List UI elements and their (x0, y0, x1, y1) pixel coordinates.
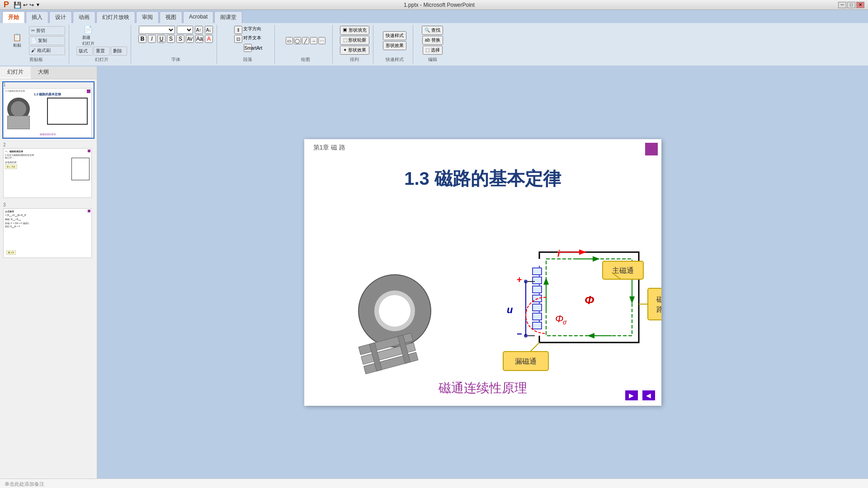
strikethrough-button[interactable]: S (167, 35, 175, 43)
edit-label: 编辑 (428, 56, 437, 63)
shape-more-button[interactable]: ⋯ (318, 37, 326, 44)
shape-arrow-button[interactable]: → (310, 37, 317, 44)
svg-text:+: + (517, 275, 522, 285)
notes-placeholder: 单击此处添加备注 (5, 481, 44, 488)
cut-button[interactable]: ✂ 剪切 (29, 26, 65, 35)
slide-panel: 幻灯片 大纲 1 1.3 磁路的基本定律 1.3 磁路的基本定律 磁通连续性原理 (0, 66, 97, 479)
tab-slides[interactable]: 幻灯片 (0, 66, 31, 79)
charspace-button[interactable]: AV (186, 35, 194, 43)
drawing-label: 绘图 (301, 56, 310, 63)
shape-rect-button[interactable]: ▭ (286, 37, 293, 44)
shape-line-button[interactable]: ╱ (302, 37, 309, 44)
text-direction-button[interactable]: ⇕ (234, 26, 242, 34)
tab-acrobat[interactable]: Acrobat (183, 11, 213, 23)
quick-access-toolbar[interactable]: P 💾 ↩ ↪ ▼ (4, 0, 40, 9)
quick-style-buttons: 快速样式 形状效果 (383, 26, 406, 56)
change-case-button[interactable]: Aa (195, 35, 203, 43)
font-buttons: A↑ A↓ B I U S S AV Aa A (138, 26, 213, 56)
corner-button[interactable] (645, 143, 658, 155)
slide-canvas[interactable]: 第1章 磁 路 1.3 磁路的基本定律 (304, 139, 661, 406)
find-button[interactable]: 🔍 查找 (422, 26, 443, 35)
save-icon[interactable]: 💾 (14, 1, 21, 9)
align-text-button[interactable]: ⊡ (234, 35, 242, 43)
minimize-button[interactable]: ─ (838, 2, 846, 8)
delete-button[interactable]: 删除 (111, 47, 127, 56)
edit-buttons: 🔍 查找 ab 替换 ⬚ 选择 (422, 26, 443, 56)
ribbon: 开始 插入 设计 动画 幻灯片放映 审阅 视图 Acrobat 闹课堂 📋 粘贴… (0, 10, 868, 66)
tab-home[interactable]: 开始 (2, 11, 25, 23)
redo-icon[interactable]: ↪ (29, 2, 34, 8)
tab-insert[interactable]: 插入 (26, 11, 48, 23)
increase-font-button[interactable]: A↑ (195, 26, 203, 34)
arrange-buttons: ▣ 形状填充 ⬚ 形状轮廓 ✦ 形状效果 (340, 26, 369, 56)
tab-review[interactable]: 审阅 (136, 11, 159, 23)
shape-outline-button[interactable]: ⬚ 形状轮廓 (340, 36, 369, 45)
tab-class[interactable]: 闹课堂 (214, 11, 242, 23)
svg-text:σ: σ (563, 319, 567, 326)
select-button[interactable]: ⬚ 选择 (423, 46, 443, 55)
main-area: 幻灯片 大纲 1 1.3 磁路的基本定律 1.3 磁路的基本定律 磁通连续性原理 (0, 66, 868, 479)
svg-text:路: 路 (656, 305, 661, 313)
svg-text:主磁通: 主磁通 (612, 267, 634, 274)
shape-oval-button[interactable]: ◯ (294, 37, 301, 44)
tab-design[interactable]: 设计 (49, 11, 72, 23)
tab-animation[interactable]: 动画 (73, 11, 95, 23)
slide-prev-button[interactable]: ▶ (625, 390, 638, 400)
slides-label: 幻灯片 (95, 56, 108, 63)
font-color-button[interactable]: A (205, 35, 213, 43)
shape-effect-button[interactable]: ✦ 形状效果 (340, 46, 369, 55)
layout-button[interactable]: 版式 (76, 47, 93, 56)
panel-tabs: 幻灯片 大纲 (0, 66, 97, 79)
window-controls[interactable]: ─ □ ✕ (838, 2, 864, 8)
slide-num-1: 1 (3, 82, 94, 87)
notes-bar[interactable]: 单击此处添加备注 (0, 479, 868, 488)
slide-preview-2: 一、磁路欧姆定律 1.怎定义磁路欧姆的闭合定律 铁心中: ... 全电感定律: … (3, 148, 92, 198)
replace-button[interactable]: ab 替换 (422, 36, 443, 45)
svg-point-2 (379, 295, 410, 327)
new-slide-button[interactable]: 📄 新建幻灯片 (76, 26, 100, 46)
decrease-font-button[interactable]: A↓ (205, 26, 213, 34)
svg-rect-17 (533, 322, 542, 329)
bottom-text: 磁通连续性原理 (304, 380, 661, 397)
reset-button[interactable]: 重置 (94, 47, 110, 56)
italic-button[interactable]: I (148, 35, 156, 43)
bold-button[interactable]: B (138, 35, 146, 43)
drawing-buttons: ▭ ◯ ╱ → ⋯ (286, 26, 326, 56)
underline-button[interactable]: U (157, 35, 165, 43)
tab-outline[interactable]: 大纲 (31, 66, 56, 79)
quick-styles-button[interactable]: 快速样式 (383, 31, 406, 40)
slide-next-button[interactable]: ◀ (642, 390, 655, 400)
tab-slideshow[interactable]: 幻灯片放映 (96, 11, 135, 23)
svg-rect-12 (533, 277, 542, 284)
shape-fill-button[interactable]: ▣ 形状填充 (340, 26, 369, 35)
drawing-group: ▭ ◯ ╱ → ⋯ 绘图 (278, 25, 333, 64)
slide-thumb-2[interactable]: 2 一、磁路欧姆定律 1.怎定义磁路欧姆的闭合定律 铁心中: ... 全电感定律… (2, 141, 94, 199)
font-size-select[interactable] (177, 26, 193, 34)
slide-thumb-3[interactable]: 3 公式推导 = [Rm1+Rm2]Φ+RmΦ 确磁: Φm1+Φm2 有磁: … (2, 202, 94, 259)
clipboard-label: 剪贴板 (29, 56, 43, 63)
tab-view[interactable]: 视图 (160, 11, 182, 23)
format-painter-button[interactable]: 🖌 格式刷 (29, 46, 65, 55)
slide-title: 1.3 磁路的基本定律 (304, 166, 661, 191)
paragraph-label: 段落 (243, 56, 252, 63)
slide-num-2: 2 (3, 142, 94, 147)
next-icon: ◀ (646, 392, 651, 399)
paste-button[interactable]: 📋 粘贴 (7, 31, 27, 51)
svg-rect-16 (533, 313, 542, 320)
ribbon-content: 📋 粘贴 ✂ 剪切 📄 复制 🖌 格式刷 剪贴板 📄 新建幻灯片 (0, 23, 868, 66)
maximize-button[interactable]: □ (847, 2, 855, 8)
copy-button[interactable]: 📄 复制 (29, 36, 65, 45)
shape-effects-button[interactable]: 形状效果 (383, 41, 406, 50)
prev-icon: ▶ (629, 392, 634, 399)
svg-rect-15 (533, 304, 542, 311)
slides-buttons: 📄 新建幻灯片 版式 重置 删除 (76, 26, 127, 56)
font-family-select[interactable] (139, 26, 175, 34)
customize-icon[interactable]: ▼ (36, 2, 40, 7)
shadow-button[interactable]: S (176, 35, 184, 43)
convert-smartart-button[interactable]: SmartArt (244, 44, 252, 52)
close-button[interactable]: ✕ (856, 2, 864, 8)
undo-icon[interactable]: ↩ (23, 2, 28, 8)
slide-thumb-1[interactable]: 1 1.3 磁路的基本定律 1.3 磁路的基本定律 磁通连续性原理 (2, 81, 94, 139)
arrange-group: ▣ 形状填充 ⬚ 形状轮廓 ✦ 形状效果 排列 (336, 25, 373, 64)
title-bar: P 💾 ↩ ↪ ▼ 1.pptx - Microsoft PowerPoint … (0, 0, 868, 10)
